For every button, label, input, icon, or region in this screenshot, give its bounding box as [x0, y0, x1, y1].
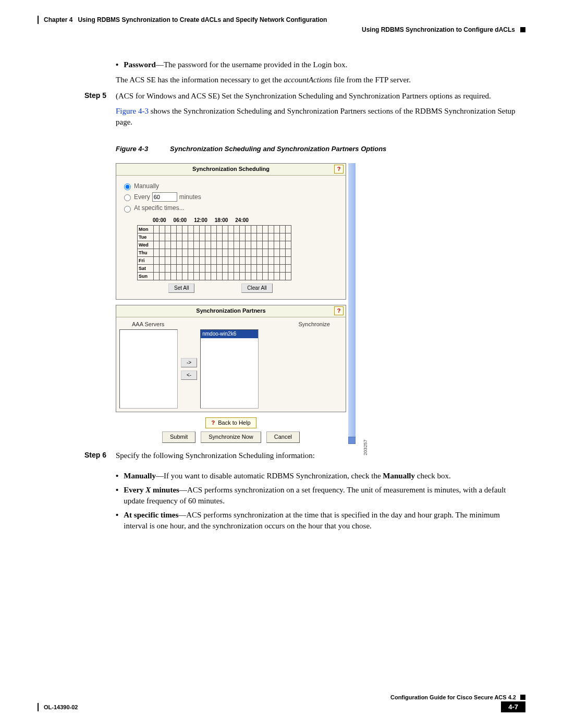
step5-para2: shows the Synchronization Scheduling and… [116, 107, 516, 126]
manually-text-pre: —If you want to disable automatic RDBMS … [156, 472, 383, 480]
figure-title: Synchronization Scheduling and Synchroni… [170, 144, 386, 154]
every-minutes-unit: minutes [179, 193, 201, 202]
bullet-icon: • [116, 510, 118, 532]
password-desc: —The password for the username provided … [156, 60, 347, 69]
radio-manually[interactable] [124, 183, 131, 190]
every-bullet: Every X minutes—ACS performs synchroniza… [124, 485, 525, 507]
time-grid: 00:00 06:00 12:00 18:00 24:00 Mon Tue We… [137, 217, 340, 293]
synchronize-label: Synchronize [298, 320, 330, 328]
manually-bullet: Manually—If you want to disable automati… [124, 471, 450, 482]
radio-every[interactable] [124, 194, 131, 201]
set-all-button[interactable]: Set All [168, 283, 194, 293]
page-footer: Configuration Guide for Cisco Secure ACS… [38, 694, 525, 712]
day-label: Mon [138, 226, 154, 233]
sync-partners-panel: Synchronization Partners ? AAA Servers S… [116, 305, 346, 412]
day-label: Fri [138, 257, 154, 265]
step5-para2-wrap: Figure 4-3 shows the Synchronization Sch… [116, 106, 525, 128]
every-text: —ACS performs synchronization on a set f… [124, 486, 506, 505]
synchronize-listbox[interactable]: nmdoo-win2k6 [200, 329, 259, 409]
chapter-label: Chapter 4 [44, 16, 72, 23]
radio-specific-times[interactable] [124, 206, 131, 213]
figure-id: 203257 [362, 440, 369, 455]
time-label: 24:00 [235, 217, 249, 224]
move-left-button[interactable]: <- [181, 371, 197, 380]
every-x: X [145, 486, 151, 494]
day-label: Sat [138, 265, 154, 273]
radio-specific-label: At specific times... [134, 204, 185, 213]
step5-label: Step 5 [84, 91, 116, 132]
bullet-icon: • [116, 471, 118, 482]
time-label: 00:00 [153, 217, 166, 224]
every-pre: Every [124, 486, 145, 494]
footer-square-icon [520, 695, 525, 700]
acs-se-file: accountActions [284, 76, 332, 84]
step5-para1: (ACS for Windows and ACS SE) Set the Syn… [116, 91, 525, 102]
acs-se-pre: The ACS SE has the information necessary… [116, 76, 284, 84]
help-icon: ? [211, 419, 215, 427]
acs-se-line: The ACS SE has the information necessary… [84, 75, 525, 85]
clear-all-button[interactable]: Clear All [241, 283, 272, 293]
figure-number: Figure 4-3 [116, 144, 170, 154]
acs-se-post: file from the FTP server. [332, 76, 411, 84]
sync-scheduling-panel: Synchronization Scheduling ? Manually Ev… [116, 163, 346, 300]
radio-manually-label: Manually [134, 182, 159, 191]
footer-left-bar [38, 703, 39, 711]
radio-every-label: Every [134, 193, 150, 202]
header-left-bar [38, 16, 39, 24]
time-label: 06:00 [174, 217, 187, 224]
password-bullet-text: Password—The password for the username p… [124, 59, 347, 70]
page-number: 4-7 [501, 701, 525, 712]
bullet-icon: • [116, 59, 118, 70]
header-square-icon [520, 27, 525, 32]
day-label: Thu [138, 249, 154, 257]
day-label: Wed [138, 241, 154, 249]
manually-bold: Manually [383, 472, 415, 480]
time-label: 18:00 [215, 217, 228, 224]
figure-screenshot: Synchronization Scheduling ? Manually Ev… [116, 163, 356, 444]
day-label: Sun [138, 273, 154, 280]
schedule-grid-table[interactable]: Mon Tue Wed Thu Fri Sat Sun [137, 225, 291, 280]
footer-guide-title: Configuration Guide for Cisco Secure ACS… [390, 694, 516, 700]
step6-label: Step 6 [84, 450, 116, 465]
every-post: minutes [151, 486, 179, 494]
page-header: Chapter 4 Using RDBMS Synchronization to… [38, 16, 525, 33]
back-to-help-label: Back to Help [218, 419, 250, 427]
chapter-title: Using RDBMS Synchronization to Create dA… [78, 16, 327, 23]
sync-scheduling-title: Synchronization Scheduling ? [116, 164, 346, 175]
day-label: Tue [138, 233, 154, 241]
list-item[interactable]: nmdoo-win2k6 [201, 330, 258, 338]
synchronize-now-button[interactable]: Synchronize Now [201, 431, 261, 442]
footer-doc-id: OL-14390-02 [44, 704, 78, 710]
main-content: • Password—The password for the username… [84, 59, 525, 532]
help-icon[interactable]: ? [334, 306, 344, 315]
aaa-servers-label: AAA Servers [132, 320, 164, 328]
aaa-servers-listbox[interactable] [119, 329, 178, 409]
manually-label: Manually [124, 472, 156, 480]
figure-caption: Figure 4-3 Synchronization Scheduling an… [116, 144, 525, 154]
scrollbar[interactable] [348, 163, 356, 444]
at-label: At specific times [124, 511, 178, 519]
step6-intro: Specify the following Synchronization Sc… [116, 450, 525, 461]
every-minutes-input[interactable] [152, 192, 177, 202]
time-label: 12:00 [194, 217, 207, 224]
at-text: —ACS performs synchronization at the tim… [124, 511, 500, 530]
move-right-button[interactable]: -> [181, 358, 197, 367]
figure-reference-link[interactable]: Figure 4-3 [116, 107, 149, 115]
sync-partners-title: Synchronization Partners ? [116, 305, 346, 317]
cancel-button[interactable]: Cancel [266, 431, 300, 442]
back-to-help-button[interactable]: ? Back to Help [205, 417, 256, 428]
submit-button[interactable]: Submit [162, 431, 195, 442]
at-times-bullet: At specific times—ACS performs synchroni… [124, 510, 525, 532]
bullet-icon: • [116, 485, 118, 507]
manually-text-post: check box. [415, 472, 451, 480]
section-title: Using RDBMS Synchronization to Configure… [362, 26, 515, 33]
help-icon[interactable]: ? [334, 165, 344, 174]
password-label: Password [124, 60, 156, 69]
